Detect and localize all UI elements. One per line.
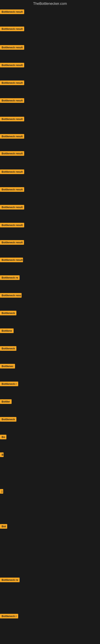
bottleneck-badge-26: B xyxy=(0,452,3,457)
bottleneck-badge-21: Bottlenec xyxy=(0,364,15,368)
bottleneck-item-17[interactable]: Bottleneck resu xyxy=(0,293,22,298)
bottleneck-item-5[interactable]: Bottleneck result xyxy=(0,80,24,86)
bottleneck-badge-3: Bottleneck result xyxy=(0,45,24,50)
bottleneck-item-4[interactable]: Bottleneck result xyxy=(0,63,24,68)
bottleneck-item-18[interactable]: Bottleneck xyxy=(0,311,16,316)
bottleneck-badge-19: Bottlene xyxy=(0,328,14,333)
bottleneck-item-10[interactable]: Bottleneck result xyxy=(0,170,24,175)
bottleneck-item-2[interactable]: Bottleneck result xyxy=(0,26,24,32)
bottleneck-badge-25: Bo xyxy=(0,435,6,439)
bottleneck-badge-7: Bottleneck result xyxy=(0,117,24,121)
bottleneck-item-24[interactable]: Bottleneck xyxy=(0,417,16,422)
bottleneck-badge-9: Bottleneck result xyxy=(0,151,24,156)
bottleneck-badge-8: Bottleneck result xyxy=(0,134,24,139)
bottleneck-badge-17: Bottleneck resu xyxy=(0,293,22,298)
bottleneck-badge-14: Bottleneck result xyxy=(0,240,24,245)
bottleneck-item-14[interactable]: Bottleneck result xyxy=(0,240,24,246)
bottleneck-item-7[interactable]: Bottleneck result xyxy=(0,117,24,122)
bottleneck-badge-29: Bottleneck re xyxy=(0,578,20,582)
site-title: TheBottlenecker.com xyxy=(0,0,100,8)
bottleneck-item-19[interactable]: Bottlene xyxy=(0,328,14,334)
bottleneck-item-15[interactable]: Bottleneck result xyxy=(0,258,23,263)
bottleneck-badge-15: Bottleneck result xyxy=(0,258,23,262)
bottleneck-item-8[interactable]: Bottleneck result xyxy=(0,134,24,140)
bottleneck-badge-27: | xyxy=(0,489,3,494)
bottleneck-badge-18: Bottleneck xyxy=(0,311,16,315)
bottleneck-badge-13: Bottleneck result xyxy=(0,223,24,228)
bottleneck-item-22[interactable]: Bottleneck r xyxy=(0,382,18,387)
bottleneck-item-1[interactable]: Bottleneck result xyxy=(0,10,24,15)
bottleneck-badge-22: Bottleneck r xyxy=(0,382,18,386)
bottleneck-badge-5: Bottleneck result xyxy=(0,80,24,85)
bottleneck-item-30[interactable]: Bottleneck r xyxy=(0,614,18,619)
bottleneck-badge-24: Bottleneck xyxy=(0,417,16,422)
bottleneck-badge-11: Bottleneck result xyxy=(0,187,24,192)
bottleneck-badge-23: Bottler xyxy=(0,399,12,404)
bottleneck-item-29[interactable]: Bottleneck re xyxy=(0,578,20,583)
bottleneck-item-25[interactable]: Bo xyxy=(0,435,6,440)
bottleneck-item-11[interactable]: Bottleneck result xyxy=(0,187,24,192)
bottleneck-badge-2: Bottleneck result xyxy=(0,26,24,31)
bottleneck-item-9[interactable]: Bottleneck result xyxy=(0,151,24,156)
bottleneck-item-21[interactable]: Bottlenec xyxy=(0,364,15,369)
bottleneck-badge-12: Bottleneck result xyxy=(0,205,24,210)
bottleneck-item-26[interactable]: B xyxy=(0,452,3,458)
bottleneck-item-20[interactable]: Bottleneck xyxy=(0,346,16,352)
bottleneck-item-16[interactable]: Bottleneck re xyxy=(0,275,20,281)
bottleneck-item-3[interactable]: Bottleneck result xyxy=(0,45,24,50)
bottleneck-item-28[interactable]: Bot xyxy=(0,524,7,530)
bottleneck-item-6[interactable]: Bottleneck result xyxy=(0,98,24,104)
bottleneck-item-12[interactable]: Bottleneck result xyxy=(0,205,24,210)
bottleneck-item-27[interactable]: | xyxy=(0,489,3,494)
bottleneck-badge-16: Bottleneck re xyxy=(0,275,20,280)
bottleneck-badge-28: Bot xyxy=(0,524,7,529)
bottleneck-badge-1: Bottleneck result xyxy=(0,10,24,14)
bottleneck-badge-4: Bottleneck result xyxy=(0,63,24,68)
bottleneck-badge-6: Bottleneck result xyxy=(0,98,24,103)
bottleneck-item-13[interactable]: Bottleneck result xyxy=(0,223,24,228)
bottleneck-item-23[interactable]: Bottler xyxy=(0,399,12,405)
bottleneck-badge-30: Bottleneck r xyxy=(0,614,18,618)
bottleneck-badge-10: Bottleneck result xyxy=(0,170,24,174)
bottleneck-badge-20: Bottleneck xyxy=(0,346,16,351)
